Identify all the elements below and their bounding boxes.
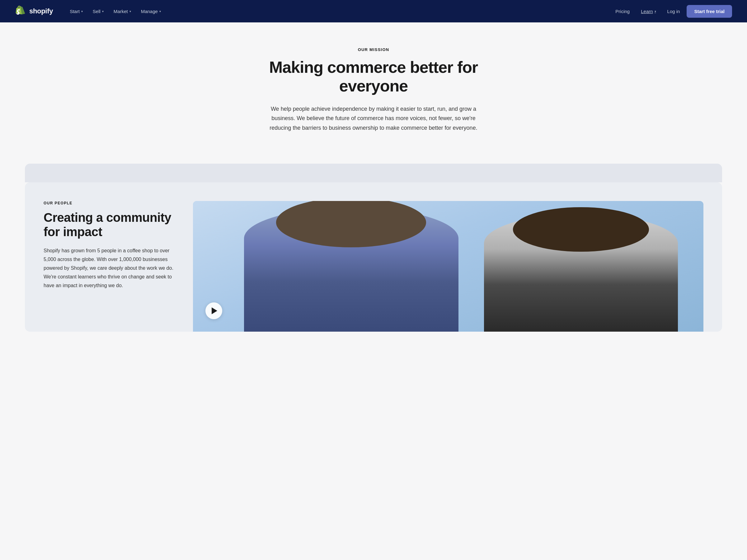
mission-section: OUR MISSION Making commerce better for e…	[0, 22, 747, 164]
play-icon	[212, 308, 217, 314]
people-title: Creating a community for impact	[44, 210, 174, 239]
nav-right-links: Pricing Learn ▾ Log in Start free trial	[611, 5, 732, 18]
shopify-logo-icon	[15, 6, 26, 17]
people-body: Shopify has grown from 5 people in a cof…	[44, 246, 174, 290]
card-bg-top	[25, 164, 722, 182]
nav-login-link[interactable]: Log in	[663, 6, 685, 17]
nav-market[interactable]: Market ▾	[109, 6, 135, 17]
logo-link[interactable]: shopify	[15, 6, 53, 17]
person-left-silhouette	[244, 208, 459, 331]
chevron-down-icon: ▾	[129, 10, 131, 13]
video-placeholder	[193, 201, 703, 331]
people-eyebrow: OUR PEOPLE	[44, 201, 174, 205]
logo-text: shopify	[29, 7, 53, 15]
people-text-content: OUR PEOPLE Creating a community for impa…	[44, 201, 174, 309]
chevron-down-icon: ▾	[102, 10, 104, 13]
people-card: OUR PEOPLE Creating a community for impa…	[25, 182, 722, 331]
mission-eyebrow: OUR MISSION	[15, 47, 732, 52]
chevron-down-icon: ▾	[159, 10, 161, 13]
mission-subtitle: We help people achieve independence by m…	[268, 104, 479, 133]
chevron-down-icon: ▾	[654, 10, 656, 13]
nav-manage[interactable]: Manage ▾	[137, 6, 165, 17]
chevron-down-icon: ▾	[81, 10, 83, 13]
nav-sell[interactable]: Sell ▾	[88, 6, 108, 17]
video-container	[193, 201, 703, 331]
video-play-button[interactable]	[205, 302, 222, 319]
start-free-trial-button[interactable]: Start free trial	[687, 5, 732, 18]
person-right-silhouette	[484, 214, 678, 331]
nav-main-links: Start ▾ Sell ▾ Market ▾ Manage ▾	[66, 6, 611, 17]
nav-start[interactable]: Start ▾	[66, 6, 87, 17]
people-section: OUR PEOPLE Creating a community for impa…	[0, 164, 747, 350]
nav-learn-link[interactable]: Learn ▾	[637, 6, 660, 17]
main-nav: shopify Start ▾ Sell ▾ Market ▾ Manage ▾…	[0, 0, 747, 22]
nav-pricing-link[interactable]: Pricing	[611, 6, 634, 17]
mission-title: Making commerce better for everyone	[252, 58, 495, 96]
